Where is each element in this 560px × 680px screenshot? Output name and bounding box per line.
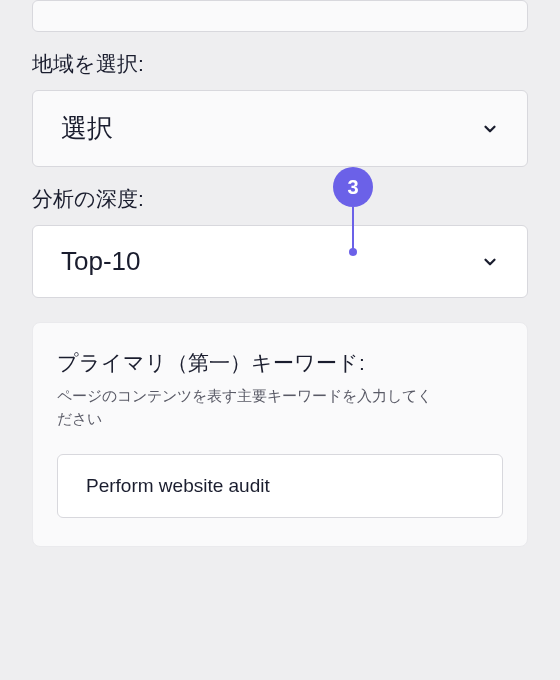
region-select-value: 選択 [61,111,113,146]
chevron-down-icon [481,120,499,138]
depth-label: 分析の深度: [32,185,528,213]
top-input[interactable] [32,0,528,32]
primary-keyword-card: プライマリ（第一）キーワード: ページのコンテンツを表す主要キーワードを入力して… [32,322,528,547]
depth-select-value: Top-10 [61,246,141,277]
primary-keyword-title: プライマリ（第一）キーワード: [57,349,503,377]
primary-keyword-input[interactable] [57,454,503,518]
region-select[interactable]: 選択 [32,90,528,167]
region-label: 地域を選択: [32,50,528,78]
primary-keyword-description: ページのコンテンツを表す主要キーワードを入力してください [57,385,437,430]
depth-select[interactable]: Top-10 [32,225,528,298]
chevron-down-icon [481,253,499,271]
